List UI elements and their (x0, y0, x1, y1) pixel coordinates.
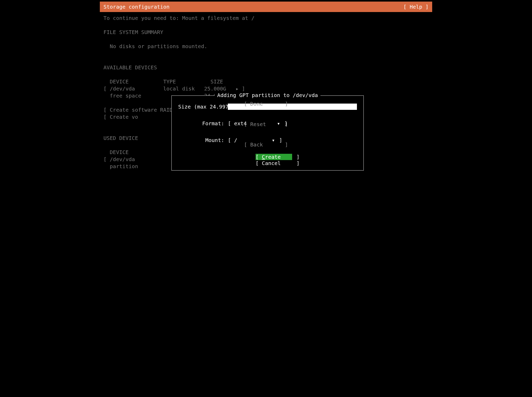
title-bar: Storage configuration [ Help ] (100, 2, 432, 12)
device-table-header: DEVICE TYPE SIZE (103, 78, 429, 85)
available-devices-title: AVAILABLE DEVICES (103, 64, 429, 71)
mount-label: Mount: (178, 137, 228, 143)
back-button[interactable]: [ Back ] (244, 141, 288, 148)
fs-summary-title: FILE SYSTEM SUMMARY (103, 29, 429, 36)
reset-button[interactable]: [ Reset ] (244, 121, 288, 128)
fs-summary-line: No disks or partitions mounted. (103, 43, 429, 50)
page-title: Storage configuration (103, 2, 170, 12)
format-label: Format: (178, 120, 228, 127)
footer-buttons: [ Done ] [ Reset ] [ Back ] (244, 87, 288, 162)
instruction-line: To continue you need to: Mount a filesys… (103, 15, 429, 22)
done-button[interactable]: [ Done ] (244, 100, 288, 107)
size-label: Size (max 24.997G): (178, 104, 228, 110)
help-button[interactable]: [ Help ] (403, 2, 429, 12)
